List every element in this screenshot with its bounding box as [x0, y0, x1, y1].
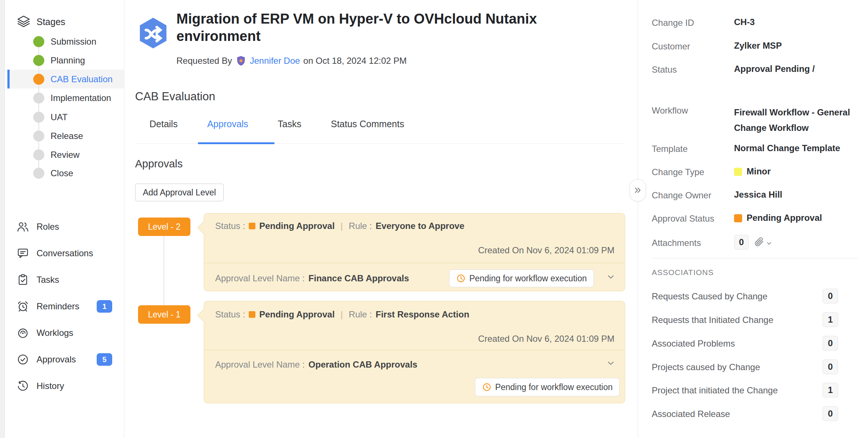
- sidebar-stage-release[interactable]: Release: [5, 126, 124, 145]
- stage-dot-pending: [33, 149, 44, 160]
- sidebar-stage-implementation[interactable]: Implementation: [5, 88, 124, 107]
- tab-status-comments[interactable]: Status Comments: [331, 119, 404, 129]
- association-label: Associated Release: [652, 409, 730, 419]
- sidebar-item-tasks[interactable]: Tasks: [5, 270, 124, 289]
- association-count[interactable]: 0: [823, 289, 838, 303]
- clock-icon: [456, 274, 466, 283]
- association-count[interactable]: 0: [823, 359, 838, 374]
- requester-link[interactable]: Jennifer Doe: [250, 56, 300, 66]
- change-owner-value: Jessica Hill: [734, 190, 782, 200]
- stage-label: Planning: [51, 55, 85, 66]
- level-1-card: Status : Pending Approval | Rule : First…: [204, 301, 625, 403]
- approvals-badge: 5: [97, 353, 112, 366]
- sidebar-stage-planning[interactable]: Planning: [5, 51, 124, 70]
- stage-section-title: CAB Evaluation: [135, 90, 215, 103]
- tab-details[interactable]: Details: [149, 119, 178, 129]
- association-count[interactable]: 1: [823, 383, 838, 397]
- pending-status-swatch: [249, 311, 255, 318]
- requested-by-row: Requested By Jennifer Doe on Oct 18, 202…: [176, 55, 407, 66]
- tab-tasks[interactable]: Tasks: [278, 119, 302, 129]
- field-label: Attachments: [652, 238, 701, 248]
- sidebar-item-label: Approvals: [37, 354, 76, 365]
- requested-on-text: on Oct 18, 2024 12:02 PM: [303, 56, 407, 66]
- sidebar-item-history[interactable]: History: [5, 376, 124, 396]
- sidebar-stage-review[interactable]: Review: [5, 145, 124, 164]
- chevron-down-icon[interactable]: [606, 272, 616, 282]
- sidebar-item-worklogs[interactable]: Worklogs: [5, 323, 124, 343]
- panel-collapse-button[interactable]: [630, 179, 646, 201]
- clock-icon: [482, 382, 492, 392]
- change-type-value: Minor: [747, 166, 771, 177]
- tab-approvals[interactable]: Approvals: [207, 119, 248, 129]
- sidebar-item-approvals[interactable]: Approvals 5: [5, 350, 124, 369]
- sidebar-stage-submission[interactable]: Submission: [5, 32, 124, 51]
- customer-value: Zylker MSP: [734, 41, 782, 51]
- status-value-line1: Approval Pending /: [734, 64, 815, 74]
- left-gutter: [0, 0, 5, 438]
- sidebar-item-roles[interactable]: Roles: [5, 217, 124, 236]
- page-title: Migration of ERP VM on Hyper-V to OVHclo…: [176, 10, 586, 45]
- association-count[interactable]: 1: [823, 312, 838, 327]
- association-label: Project that initiated the Change: [652, 385, 778, 396]
- stage-dot-pending: [33, 131, 44, 142]
- rule-label: Rule :: [349, 309, 372, 320]
- stage-dot-done: [33, 55, 44, 66]
- stages-header: Stages: [17, 15, 65, 29]
- association-count[interactable]: 0: [823, 406, 838, 421]
- stage-label: UAT: [51, 112, 68, 122]
- approval-level-name-value: Operation CAB Approvals: [309, 359, 417, 370]
- requested-by-label: Requested By: [176, 56, 232, 66]
- sidebar-item-label: History: [37, 381, 64, 391]
- change-type-swatch: [734, 168, 742, 176]
- stage-label: Review: [51, 150, 80, 160]
- requester-badge-icon: [235, 55, 247, 66]
- field-label: Change ID: [652, 18, 694, 28]
- pending-workflow-text: Pending for workflow execution: [469, 274, 587, 284]
- sidebar-item-conversations[interactable]: Conversations: [5, 244, 124, 263]
- sidebar-stage-close[interactable]: Close: [5, 164, 124, 182]
- approval-level-name-label: Approval Level Name :: [215, 273, 305, 284]
- history-icon: [17, 380, 29, 392]
- field-label: Approval Status: [652, 213, 714, 224]
- stage-tabs: Details Approvals Tasks Status Comments: [149, 119, 404, 129]
- pending-workflow-text: Pending for workflow execution: [495, 382, 613, 392]
- template-value: Normal Change Template: [734, 143, 840, 153]
- pending-workflow-pill: Pending for workflow execution: [449, 270, 594, 287]
- worklogs-icon: [17, 327, 29, 339]
- card-divider: [204, 263, 625, 263]
- field-label: Change Owner: [652, 190, 711, 201]
- association-count[interactable]: 0: [823, 336, 838, 351]
- stage-label: Submission: [51, 36, 96, 47]
- paperclip-icon[interactable]: [753, 236, 764, 247]
- approvals-section-title: Approvals: [135, 158, 183, 170]
- tasks-icon: [17, 274, 29, 286]
- attachments-count[interactable]: 0: [734, 235, 749, 250]
- sidebar-item-reminders[interactable]: Reminders 1: [5, 297, 124, 316]
- add-approval-level-button[interactable]: Add Approval Level: [135, 184, 224, 201]
- approval-level-name-label: Approval Level Name :: [215, 359, 305, 370]
- field-label: Template: [652, 144, 688, 154]
- approval-level-name-value: Finance CAB Approvals: [309, 273, 409, 284]
- sidebar: Stages Submission Planning CAB Evaluatio…: [5, 0, 124, 438]
- level-2-tag: Level - 2: [138, 218, 190, 236]
- level-connector-line: [163, 236, 164, 305]
- separator: |: [338, 309, 345, 320]
- stages-title: Stages: [37, 17, 65, 27]
- associations-title: ASSOCIATIONS: [652, 268, 714, 277]
- created-on-text: Created On Nov 6, 2024 01:09 PM: [478, 245, 614, 256]
- stage-label: CAB Evaluation: [51, 74, 113, 84]
- association-label: Requests Caused by Change: [652, 291, 768, 302]
- chevron-down-icon[interactable]: [606, 358, 616, 368]
- sidebar-stage-cab-evaluation[interactable]: CAB Evaluation: [5, 70, 124, 88]
- double-chevron-right-icon: [633, 185, 643, 195]
- attachments-chevron-icon[interactable]: [765, 240, 773, 247]
- stages-icon: [17, 15, 31, 29]
- change-type-icon: [137, 15, 170, 51]
- stage-dot-pending: [33, 112, 44, 123]
- sidebar-item-label: Tasks: [37, 275, 59, 285]
- reminders-icon: [17, 300, 29, 313]
- approval-status-swatch: [734, 214, 742, 222]
- sidebar-stage-uat[interactable]: UAT: [5, 108, 124, 126]
- association-label: Projects caused by Change: [652, 362, 760, 372]
- rule-label: Rule :: [349, 221, 372, 231]
